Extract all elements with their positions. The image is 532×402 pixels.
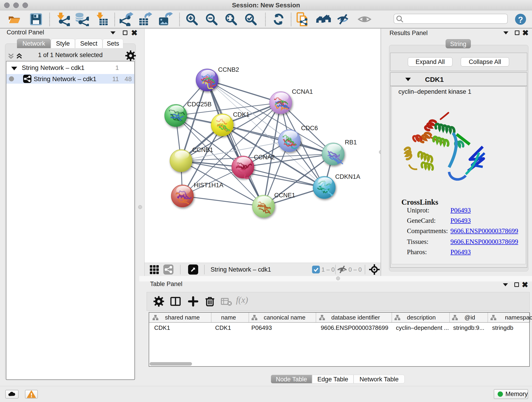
svg-text:CDC25B: CDC25B xyxy=(187,101,212,108)
svg-text:CDKN1A: CDKN1A xyxy=(335,173,360,180)
svg-text:CDK1: CDK1 xyxy=(233,111,249,118)
svg-text:RB1: RB1 xyxy=(345,139,357,146)
svg-text:CCNB1: CCNB1 xyxy=(192,147,213,153)
svg-text:CCNB2: CCNB2 xyxy=(218,66,239,73)
svg-text:CDC6: CDC6 xyxy=(301,125,318,132)
svg-text:CCNA1: CCNA1 xyxy=(292,88,313,95)
svg-text:CCNA2: CCNA2 xyxy=(254,154,275,161)
svg-text:CCNE1: CCNE1 xyxy=(274,192,295,199)
svg-text:HIST1H1A: HIST1H1A xyxy=(194,182,223,189)
svg-text:?: ? xyxy=(518,15,523,25)
